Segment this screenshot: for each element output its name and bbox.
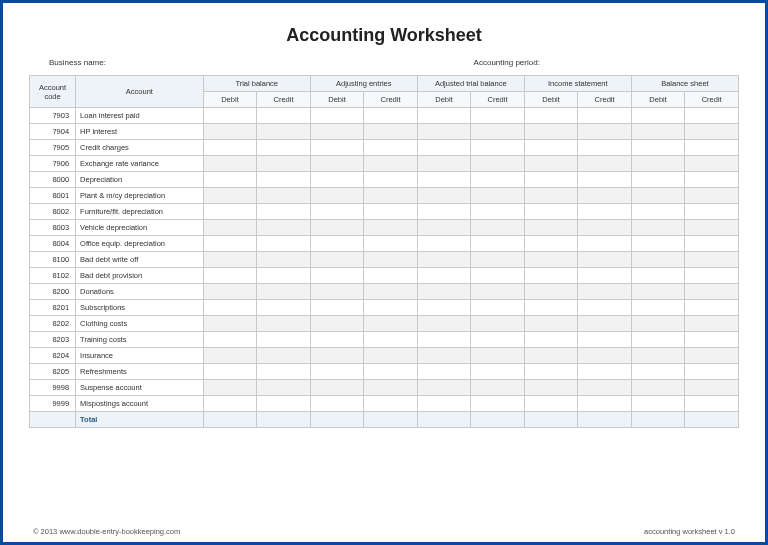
cell-value[interactable] <box>257 348 311 364</box>
cell-value[interactable] <box>578 284 632 300</box>
cell-value[interactable] <box>417 156 471 172</box>
cell-value[interactable] <box>685 252 739 268</box>
cell-account[interactable]: Exchange rate variance <box>76 156 204 172</box>
cell-value[interactable] <box>631 284 685 300</box>
cell-value[interactable] <box>417 236 471 252</box>
cell-code[interactable]: 8000 <box>30 172 76 188</box>
cell-value[interactable] <box>417 348 471 364</box>
cell-value[interactable] <box>310 220 364 236</box>
cell-value[interactable] <box>417 252 471 268</box>
cell-account[interactable]: Refreshments <box>76 364 204 380</box>
cell-value[interactable] <box>578 332 632 348</box>
cell-value[interactable] <box>471 188 525 204</box>
cell-code[interactable]: 9998 <box>30 380 76 396</box>
cell-value[interactable] <box>203 364 257 380</box>
cell-value[interactable] <box>524 204 578 220</box>
cell-value[interactable] <box>203 332 257 348</box>
cell-value[interactable] <box>364 364 418 380</box>
cell-value[interactable] <box>685 396 739 412</box>
cell-account[interactable]: Loan interest paid <box>76 108 204 124</box>
cell-value[interactable] <box>364 236 418 252</box>
cell-value[interactable] <box>364 172 418 188</box>
cell-value[interactable] <box>471 204 525 220</box>
cell-value[interactable] <box>524 316 578 332</box>
cell-value[interactable] <box>364 156 418 172</box>
cell-value[interactable] <box>364 332 418 348</box>
cell-value[interactable] <box>524 236 578 252</box>
cell-value[interactable] <box>257 396 311 412</box>
cell-account[interactable]: Office equip. depreciation <box>76 236 204 252</box>
cell-value[interactable] <box>257 268 311 284</box>
cell-value[interactable] <box>310 380 364 396</box>
cell-value[interactable] <box>685 364 739 380</box>
cell-value[interactable] <box>578 364 632 380</box>
cell-value[interactable] <box>417 284 471 300</box>
cell-value[interactable] <box>310 316 364 332</box>
cell-value[interactable] <box>257 284 311 300</box>
cell-value[interactable] <box>203 204 257 220</box>
cell-account[interactable]: Mispostings account <box>76 396 204 412</box>
cell-account[interactable]: Clothing costs <box>76 316 204 332</box>
cell-value[interactable] <box>524 252 578 268</box>
cell-value[interactable] <box>364 108 418 124</box>
cell-value[interactable] <box>578 204 632 220</box>
cell-value[interactable] <box>685 156 739 172</box>
cell-value[interactable] <box>417 188 471 204</box>
cell-value[interactable] <box>631 396 685 412</box>
cell-value[interactable] <box>631 188 685 204</box>
cell-code[interactable]: 8100 <box>30 252 76 268</box>
cell-value[interactable] <box>524 348 578 364</box>
cell-value[interactable] <box>524 380 578 396</box>
cell-value[interactable] <box>685 268 739 284</box>
cell-value[interactable] <box>524 124 578 140</box>
cell-value[interactable] <box>471 268 525 284</box>
cell-account[interactable]: Donations <box>76 284 204 300</box>
cell-value[interactable] <box>364 316 418 332</box>
cell-value[interactable] <box>524 396 578 412</box>
cell-value[interactable] <box>310 140 364 156</box>
cell-code[interactable]: 8202 <box>30 316 76 332</box>
cell-value[interactable] <box>471 252 525 268</box>
cell-value[interactable] <box>417 220 471 236</box>
cell-value[interactable] <box>471 108 525 124</box>
cell-code[interactable]: 8200 <box>30 284 76 300</box>
cell-value[interactable] <box>310 396 364 412</box>
cell-value[interactable] <box>631 300 685 316</box>
cell-value[interactable] <box>417 316 471 332</box>
cell-code[interactable]: 8001 <box>30 188 76 204</box>
cell-code[interactable]: 8203 <box>30 332 76 348</box>
cell-value[interactable] <box>471 140 525 156</box>
cell-value[interactable] <box>310 156 364 172</box>
cell-account[interactable]: Training costs <box>76 332 204 348</box>
cell-value[interactable] <box>685 108 739 124</box>
cell-value[interactable] <box>631 236 685 252</box>
cell-account[interactable]: Bad debt provision <box>76 268 204 284</box>
cell-value[interactable] <box>257 252 311 268</box>
cell-value[interactable] <box>417 108 471 124</box>
cell-code[interactable]: 7905 <box>30 140 76 156</box>
cell-value[interactable] <box>524 268 578 284</box>
cell-value[interactable] <box>578 268 632 284</box>
cell-value[interactable] <box>685 332 739 348</box>
cell-value[interactable] <box>578 172 632 188</box>
cell-account[interactable]: Plant & m/cy depreciation <box>76 188 204 204</box>
cell-value[interactable] <box>471 156 525 172</box>
cell-value[interactable] <box>631 220 685 236</box>
cell-value[interactable] <box>578 156 632 172</box>
cell-value[interactable] <box>471 332 525 348</box>
cell-value[interactable] <box>578 220 632 236</box>
cell-value[interactable] <box>685 140 739 156</box>
cell-code[interactable]: 8201 <box>30 300 76 316</box>
cell-account[interactable]: Insurance <box>76 348 204 364</box>
cell-value[interactable] <box>203 268 257 284</box>
cell-account[interactable]: HP interest <box>76 124 204 140</box>
cell-code[interactable]: 9999 <box>30 396 76 412</box>
cell-value[interactable] <box>364 300 418 316</box>
cell-value[interactable] <box>310 108 364 124</box>
cell-value[interactable] <box>578 396 632 412</box>
cell-code[interactable]: 8205 <box>30 364 76 380</box>
cell-value[interactable] <box>631 252 685 268</box>
cell-value[interactable] <box>257 140 311 156</box>
cell-value[interactable] <box>257 188 311 204</box>
cell-value[interactable] <box>257 156 311 172</box>
